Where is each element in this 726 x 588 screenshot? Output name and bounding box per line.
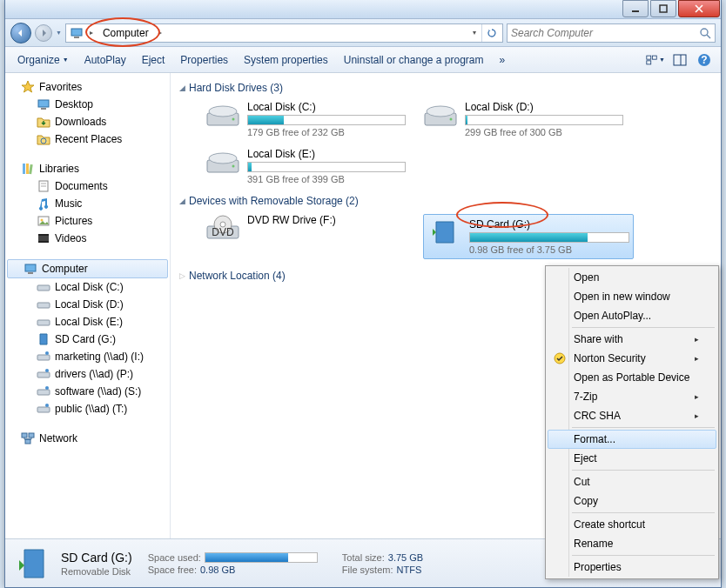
menu-item-copy[interactable]: Copy (548, 491, 716, 511)
address-dropdown[interactable]: ▾ (467, 29, 481, 37)
drive-c[interactable]: Local Disk (C:)179 GB free of 232 GB (205, 101, 406, 137)
menu-item-open-as-portable-device[interactable]: Open as Portable Device (548, 368, 716, 387)
explorer-window: ▼ ▸ Computer ▸ ▾ Organize▼ AutoPlay Ejec… (4, 0, 722, 588)
search-input[interactable] (511, 27, 699, 39)
sidebar-item-documents[interactable]: Documents (5, 177, 170, 195)
drive-icon (37, 315, 50, 329)
submenu-arrow-icon: ▸ (695, 335, 699, 344)
sidebar-group-favorites: Favorites Desktop Downloads Recent Place… (5, 78, 170, 148)
sidebar-network-head[interactable]: Network (5, 430, 170, 447)
close-button[interactable] (678, 0, 720, 17)
documents-icon (37, 179, 50, 193)
sidebar-computer-head[interactable]: Computer (7, 259, 168, 278)
svg-rect-33 (37, 372, 50, 378)
menu-item-open[interactable]: Open (548, 268, 716, 287)
back-button[interactable] (10, 23, 31, 43)
history-dropdown[interactable]: ▼ (56, 30, 62, 36)
computer-icon (70, 26, 84, 40)
sidebar-item-disk-e[interactable]: Local Disk (E:) (5, 313, 170, 331)
minimize-button[interactable] (622, 0, 649, 17)
svg-rect-35 (37, 390, 50, 395)
sidebar-libraries-label: Libraries (39, 163, 79, 175)
drive-d-bar (465, 115, 623, 125)
preview-pane-button[interactable] (670, 50, 689, 70)
svg-rect-3 (74, 37, 79, 38)
system-properties-button[interactable]: System properties (239, 51, 333, 69)
toolbar-overflow[interactable]: » (494, 51, 511, 69)
svg-rect-30 (37, 320, 50, 325)
sidebar-item-music[interactable]: Music (5, 195, 170, 212)
menu-item-crc-sha[interactable]: CRC SHA▸ (548, 406, 716, 425)
hdd-icon (423, 101, 458, 129)
svg-rect-39 (22, 433, 27, 438)
menu-item-share-with[interactable]: Share with▸ (548, 330, 716, 349)
drive-dvd[interactable]: DVD DVD RW Drive (F:) (205, 214, 406, 259)
sidebar-item-drivers[interactable]: drivers (\\ad) (P:) (5, 365, 170, 383)
svg-rect-13 (41, 108, 46, 110)
sidebar-item-pictures[interactable]: Pictures (5, 212, 170, 230)
menu-item-7-zip[interactable]: 7-Zip▸ (548, 387, 716, 406)
properties-button[interactable]: Properties (175, 51, 233, 69)
svg-rect-24 (38, 234, 49, 236)
netdrive-icon (37, 367, 50, 381)
menu-separator (572, 427, 715, 428)
sidebar-item-disk-c[interactable]: Local Disk (C:) (5, 278, 170, 296)
svg-rect-7 (647, 60, 651, 63)
help-button[interactable]: ? (695, 50, 714, 70)
sidebar-libraries-head[interactable]: Libraries (5, 160, 170, 177)
menu-item-properties[interactable]: Properties (548, 558, 716, 577)
address-bar[interactable]: ▸ Computer ▸ ▾ (65, 23, 503, 43)
status-subtitle: Removable Disk (61, 566, 132, 577)
breadcrumb-arrow[interactable]: ▸ (154, 29, 166, 37)
drive-sdcard[interactable]: SD Card (G:)0.98 GB free of 3.75 GB (423, 214, 634, 259)
organize-button[interactable]: Organize▼ (12, 51, 74, 69)
sidebar-item-desktop[interactable]: Desktop (5, 96, 170, 113)
breadcrumb-computer[interactable]: Computer (97, 24, 154, 42)
sidebar-item-software[interactable]: software (\\ad) (S:) (5, 383, 170, 400)
sidebar-item-marketing[interactable]: marketing (\\ad) (I:) (5, 348, 170, 365)
sidebar-group-libraries: Libraries Documents Music Pictures Video… (5, 160, 170, 247)
status-usage-bar (205, 552, 318, 563)
menu-item-eject[interactable]: Eject (548, 449, 716, 468)
uninstall-button[interactable]: Uninstall or change a program (339, 51, 489, 69)
forward-button[interactable] (35, 24, 52, 42)
sidebar-item-videos[interactable]: Videos (5, 230, 170, 247)
drive-icon (37, 297, 50, 311)
drive-d[interactable]: Local Disk (D:)299 GB free of 300 GB (423, 101, 623, 137)
menu-item-open-autoplay[interactable]: Open AutoPlay... (548, 306, 716, 325)
section-hdd[interactable]: ◢Hard Disk Drives (3) (179, 82, 712, 94)
svg-point-44 (232, 118, 235, 121)
sidebar-item-recent[interactable]: Recent Places (5, 130, 170, 148)
eject-button[interactable]: Eject (137, 51, 171, 69)
sidebar-item-public[interactable]: public (\\ad) (T:) (5, 400, 170, 418)
downloads-icon (37, 115, 50, 129)
sidebar-item-sdcard[interactable]: SD Card (G:) (5, 331, 170, 348)
menu-item-format[interactable]: Format... (548, 430, 716, 449)
sidebar-favorites-head[interactable]: Favorites (5, 78, 170, 96)
view-options-button[interactable]: ▼ (646, 50, 665, 70)
sdcard-large-icon (427, 218, 462, 246)
menu-item-norton-security[interactable]: Norton Security▸ (548, 349, 716, 368)
sidebar-item-disk-d[interactable]: Local Disk (D:) (5, 296, 170, 313)
search-box[interactable] (507, 23, 716, 43)
sidebar-item-downloads[interactable]: Downloads (5, 113, 170, 130)
dvd-icon: DVD (205, 214, 240, 242)
hdd-icon (205, 148, 240, 176)
menu-item-cut[interactable]: Cut (548, 472, 716, 491)
hdd-icon (205, 101, 240, 129)
svg-rect-5 (647, 56, 651, 59)
menu-item-create-shortcut[interactable]: Create shortcut (548, 515, 716, 534)
drive-e[interactable]: Local Disk (E:)391 GB free of 399 GB (205, 148, 406, 184)
section-removable[interactable]: ◢Devices with Removable Storage (2) (179, 195, 712, 207)
menu-item-rename[interactable]: Rename (548, 534, 716, 553)
svg-point-49 (209, 153, 237, 164)
menu-item-open-in-new-window[interactable]: Open in new window (548, 287, 716, 306)
breadcrumb-root-arrow[interactable]: ▸ (85, 29, 97, 37)
refresh-button[interactable] (481, 24, 501, 42)
menu-separator (572, 512, 715, 513)
autoplay-button[interactable]: AutoPlay (79, 51, 131, 69)
netdrive-icon (37, 402, 50, 416)
svg-rect-2 (71, 29, 82, 36)
maximize-button[interactable] (650, 0, 676, 17)
svg-text:?: ? (701, 54, 707, 66)
